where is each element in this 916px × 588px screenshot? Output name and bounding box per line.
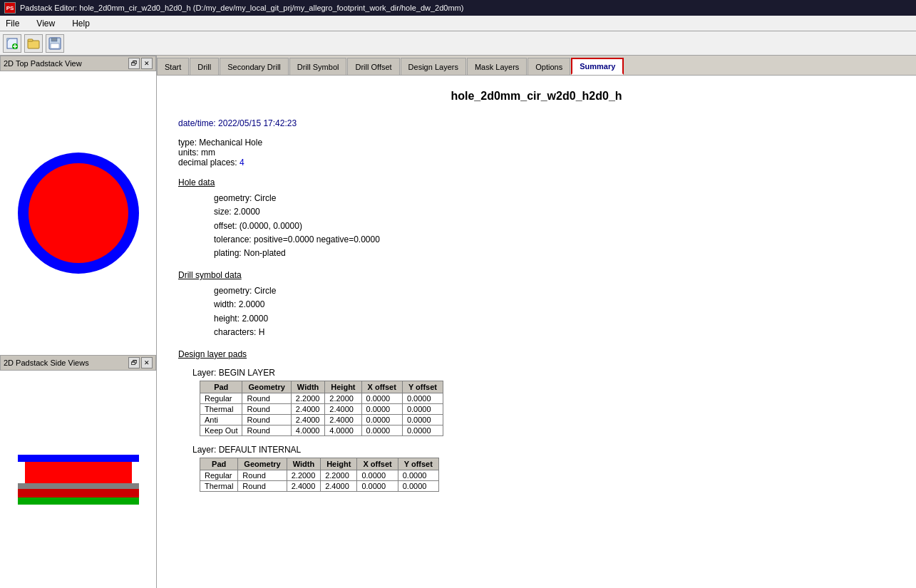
menu-file[interactable]: File [3, 18, 22, 29]
design-layers-header: Design layer pads [178, 349, 895, 359]
sv-green-bottom [18, 497, 139, 505]
side-view-controls: 🗗 ✕ [128, 357, 153, 368]
tab-mask-layers[interactable]: Mask Layers [467, 58, 527, 75]
top-view-label: 2D Top Padstack View [4, 59, 82, 68]
title-text: Padstack Editor: hole_2d0mm_cir_w2d0_h2d… [20, 4, 463, 12]
datetime-label: date/time: [178, 118, 216, 128]
toolbar [0, 31, 916, 56]
col-xoffset: X offset [361, 381, 402, 393]
sv-red-bottom [18, 489, 139, 497]
decimal-label: decimal places: [178, 158, 237, 167]
ds-characters-line: characters: H [214, 326, 895, 339]
tab-drill-offset[interactable]: Drill Offset [347, 58, 399, 75]
layer-begin: Layer: BEGIN LAYER Pad Geometry Width He… [178, 368, 895, 436]
units-value: mm [201, 148, 215, 158]
svg-rect-10 [51, 43, 59, 48]
col-height: Height [325, 381, 361, 393]
svg-rect-6 [28, 41, 39, 48]
hole-tolerance-line: tolerance: positive=0.0000 negative=0.00… [214, 233, 895, 247]
left-panel: 2D Top Padstack View 🗗 ✕ 2D Padstack Sid… [0, 56, 157, 588]
top-view-header: 2D Top Padstack View 🗗 ✕ [0, 56, 156, 71]
circle-inner [29, 163, 128, 263]
top-view-close[interactable]: ✕ [141, 58, 153, 69]
ds-height-line: height: 2.0000 [214, 312, 895, 326]
col-yoffset2: Y offset [398, 458, 438, 470]
drill-symbol-block: geometry: Circle width: 2.0000 height: 2… [214, 284, 895, 339]
hole-data-block: geometry: Circle size: 2.0000 offset: (0… [214, 192, 895, 260]
col-width2: Width [287, 458, 320, 470]
col-pad: Pad [200, 381, 242, 393]
decimal-line: decimal places: 4 [178, 158, 895, 167]
col-geometry: Geometry [242, 381, 291, 393]
tab-start[interactable]: Start [157, 58, 189, 75]
type-value: Mechanical Hole [199, 138, 262, 148]
tab-secondary-drill[interactable]: Secondary Drill [220, 58, 289, 75]
datetime-value: 2022/05/15 17:42:23 [218, 118, 297, 128]
circle-outer [18, 153, 139, 274]
summary-title: hole_2d0mm_cir_w2d0_h2d0_h [178, 90, 895, 103]
layer-default-label: Layer: DEFAULT INTERNAL [192, 445, 895, 455]
layer-begin-label: Layer: BEGIN LAYER [192, 368, 895, 378]
units-line: units: mm [178, 148, 895, 158]
content-area: hole_2d0mm_cir_w2d0_h2d0_h date/time: 20… [157, 76, 916, 588]
table-row: ThermalRound2.40002.40000.00000.0000 [200, 403, 443, 414]
tab-drill-symbol[interactable]: Drill Symbol [289, 58, 347, 75]
layer-default-internal: Layer: DEFAULT INTERNAL Pad Geometry Wid… [178, 445, 895, 492]
menu-bar: File View Help [0, 16, 916, 31]
side-view-close[interactable]: ✕ [141, 357, 153, 368]
drill-symbol-header: Drill symbol data [178, 270, 895, 280]
tab-design-layers[interactable]: Design Layers [401, 58, 466, 75]
type-block: type: Mechanical Hole units: mm decimal … [178, 138, 895, 167]
title-bar: PS Padstack Editor: hole_2d0mm_cir_w2d0_… [0, 0, 916, 16]
tab-drill[interactable]: Drill [190, 58, 219, 75]
sv-red-body [25, 462, 132, 483]
layer-begin-table: Pad Geometry Width Height X offset Y off… [200, 381, 443, 436]
table-row: RegularRound2.20002.20000.00000.0000 [200, 470, 439, 480]
app-icon: PS [4, 2, 16, 14]
side-view-label: 2D Padstack Side Views [4, 359, 89, 367]
decimal-value: 4 [240, 158, 245, 167]
menu-view[interactable]: View [34, 18, 58, 29]
tab-bar: Start Drill Secondary Drill Drill Symbol… [157, 56, 916, 76]
tab-summary[interactable]: Summary [571, 58, 624, 75]
table-row: AntiRound2.40002.40000.00000.0000 [200, 414, 443, 425]
ds-geometry-line: geometry: Circle [214, 284, 895, 298]
col-xoffset2: X offset [357, 458, 398, 470]
hole-data-header: Hole data [178, 177, 895, 187]
table-row: ThermalRound2.40002.40000.00000.0000 [200, 480, 439, 491]
type-label: type: [178, 138, 197, 148]
sv-gray-band [18, 483, 139, 489]
tab-options[interactable]: Options [528, 58, 570, 75]
hole-geometry-line: geometry: Circle [214, 192, 895, 205]
sv-blue-top [18, 455, 139, 462]
layer-default-table: Pad Geometry Width Height X offset Y off… [200, 458, 439, 492]
table-row: RegularRound2.20002.20000.00000.0000 [200, 393, 443, 403]
top-view-panel: 2D Top Padstack View 🗗 ✕ [0, 56, 156, 355]
side-view-canvas [0, 371, 156, 588]
table-row: Keep OutRound4.00004.00000.00000.0000 [200, 425, 443, 435]
col-pad2: Pad [200, 458, 238, 470]
col-width: Width [291, 381, 324, 393]
side-view-restore[interactable]: 🗗 [128, 357, 140, 368]
hole-offset-line: offset: (0.0000, 0.0000) [214, 220, 895, 233]
top-view-controls: 🗗 ✕ [128, 58, 153, 69]
svg-rect-9 [51, 38, 57, 41]
right-panel: Start Drill Secondary Drill Drill Symbol… [157, 56, 916, 588]
menu-help[interactable]: Help [69, 18, 93, 29]
type-line: type: Mechanical Hole [178, 138, 895, 148]
save-button[interactable] [46, 34, 64, 53]
hole-plating-line: plating: Non-plated [214, 247, 895, 260]
new-button[interactable] [3, 34, 21, 53]
hole-size-line: size: 2.0000 [214, 205, 895, 219]
col-yoffset: Y offset [402, 381, 443, 393]
col-geometry2: Geometry [238, 458, 287, 470]
top-view-canvas [0, 71, 156, 355]
units-label: units: [178, 148, 199, 158]
ds-width-line: width: 2.0000 [214, 298, 895, 311]
open-button[interactable] [24, 34, 43, 53]
top-view-restore[interactable]: 🗗 [128, 58, 140, 69]
datetime-line: date/time: 2022/05/15 17:42:23 [178, 117, 895, 130]
side-view-header: 2D Padstack Side Views 🗗 ✕ [0, 355, 156, 371]
side-view-drawing [18, 455, 139, 505]
main-layout: 2D Top Padstack View 🗗 ✕ 2D Padstack Sid… [0, 56, 916, 588]
